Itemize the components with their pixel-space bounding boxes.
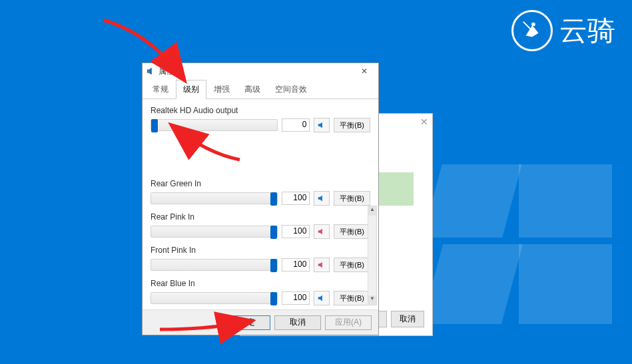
tab-spatial[interactable]: 空间音效 [268,80,314,99]
speaker-icon[interactable] [314,118,330,132]
dialog-title: 属性 [158,66,354,77]
dialog-footer: 确定 取消 应用(A) [143,309,378,335]
speaker-icon[interactable] [314,224,330,239]
titlebar: 属性 ✕ [143,63,378,79]
input-channel-3: Rear Blue In 100 平衡(B) [151,279,370,305]
balance-button[interactable]: 平衡(B) [334,258,370,272]
watermark-text: 云骑 [559,12,615,49]
input-value[interactable]: 100 [282,225,310,238]
svg-marker-3 [149,68,152,75]
tab-levels[interactable]: 级别 [176,80,206,99]
input-value[interactable]: 100 [282,192,310,205]
svg-line-1 [523,22,532,31]
tab-strip: 常规 级别 增强 高级 空间音效 [143,79,378,99]
output-label: Realtek HD Audio output [151,106,370,115]
balance-button[interactable]: 平衡(B) [334,191,370,206]
svg-marker-6 [318,229,322,235]
svg-marker-4 [318,122,322,128]
input-label: Rear Blue In [151,279,370,288]
balance-button[interactable]: 平衡(B) [334,118,370,132]
chevron-down-icon[interactable]: ▼ [368,295,376,305]
cancel-button[interactable]: 取消 [274,315,321,330]
speaker-icon [147,67,156,76]
input-value[interactable]: 100 [282,258,310,272]
input-channel-1: Rear Pink In 100 平衡(B) [151,212,370,239]
input-slider[interactable] [151,226,278,238]
tab-general[interactable]: 常规 [145,80,176,99]
output-channel: Realtek HD Audio output 0 平衡(B) [151,106,370,132]
input-slider[interactable] [151,192,278,204]
tab-advanced[interactable]: 高级 [237,80,268,99]
balance-button[interactable]: 平衡(B) [334,224,370,239]
output-value[interactable]: 0 [282,118,310,132]
tab-enhance[interactable]: 增强 [206,80,237,99]
input-channel-0: Rear Green In 100 平衡(B) [151,179,370,206]
input-label: Front Pink In [151,246,370,255]
apply-button[interactable]: 应用(A) [325,315,372,330]
input-label: Rear Pink In [151,212,370,222]
svg-rect-2 [147,69,149,73]
close-icon[interactable]: ✕ [420,116,428,127]
watermark-logo-icon [511,10,553,51]
dialog-content: Realtek HD Audio output 0 平衡(B) Rear Gre… [143,99,378,309]
input-channel-2: Front Pink In 100 平衡(B) [151,246,370,272]
watermark: 云骑 [511,10,615,51]
speaker-icon[interactable] [314,191,330,206]
properties-dialog: 属性 ✕ 常规 级别 增强 高级 空间音效 Realtek HD Audio o… [142,63,379,335]
svg-marker-7 [318,262,322,268]
output-slider[interactable] [151,119,278,131]
svg-point-0 [531,23,535,27]
speaker-icon[interactable] [314,258,330,272]
scrollbar[interactable]: ▲ ▼ [368,206,377,305]
chevron-up-icon[interactable]: ▲ [368,206,376,216]
input-value[interactable]: 100 [282,291,310,305]
balance-button[interactable]: 平衡(B) [334,291,370,305]
close-icon[interactable]: ✕ [354,67,374,76]
svg-marker-5 [318,196,322,202]
svg-marker-8 [318,295,322,301]
input-slider[interactable] [151,259,278,271]
speaker-icon[interactable] [314,291,330,305]
input-slider[interactable] [151,292,278,304]
ok-button[interactable]: 确定 [224,315,270,330]
cancel-button-back[interactable]: 取消 [391,311,424,327]
input-label: Rear Green In [151,179,370,188]
